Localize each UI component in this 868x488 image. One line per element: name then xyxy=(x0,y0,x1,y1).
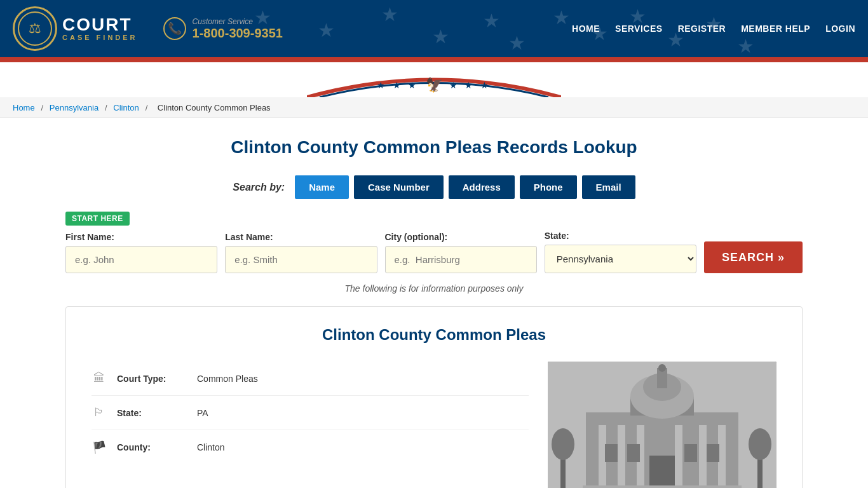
last-name-label: Last Name: xyxy=(225,232,377,242)
nav-register[interactable]: REGISTER xyxy=(678,24,726,34)
first-name-input[interactable] xyxy=(65,246,217,273)
first-name-label: First Name: xyxy=(65,232,217,242)
scales-icon: ⚖ xyxy=(29,20,41,37)
svg-point-22 xyxy=(749,428,771,460)
nav-home[interactable]: HOME xyxy=(572,24,600,34)
tab-name[interactable]: Name xyxy=(295,175,349,199)
court-type-icon: 🏛 xyxy=(92,372,107,385)
county-label-row: County: xyxy=(117,442,187,452)
header-left: ⚖ COURT CASE FINDER 📞 Customer Service 1… xyxy=(13,6,283,51)
eagle-banner: ★ ★ ★ 🦅 ★ ★ ★ xyxy=(0,62,868,97)
info-note: The following is for information purpose… xyxy=(65,283,803,294)
tab-email[interactable]: Email xyxy=(582,175,635,199)
svg-rect-11 xyxy=(699,425,707,488)
state-group: State: Pennsylvania Alabama Alaska Arizo… xyxy=(545,231,696,273)
main-nav: HOME SERVICES REGISTER MEMBER HELP LOGIN xyxy=(572,24,855,34)
main-content: Clinton County Common Pleas Records Look… xyxy=(53,118,815,488)
svg-point-20 xyxy=(552,428,574,460)
county-icon: 🏴 xyxy=(92,440,107,454)
svg-rect-17 xyxy=(649,456,675,488)
last-name-input[interactable] xyxy=(225,246,377,273)
red-banner-strip xyxy=(0,57,868,62)
svg-rect-13 xyxy=(605,444,618,462)
courthouse-svg xyxy=(548,362,776,488)
svg-rect-16 xyxy=(707,444,719,462)
site-header: ★ ★ ★ ★ ★ ★ ★ ★ ★ ★ ★ ★ ⚖ COURT CASE FIN… xyxy=(0,0,868,57)
search-button[interactable]: SEARCH » xyxy=(704,241,803,273)
phone-number: 1-800-309-9351 xyxy=(193,26,283,41)
search-form-wrapper: START HERE First Name: Last Name: City (… xyxy=(65,212,803,273)
city-label: City (optional): xyxy=(385,232,537,242)
customer-service-label: Customer Service xyxy=(193,17,283,26)
phone-text: Customer Service 1-800-309-9351 xyxy=(193,17,283,41)
svg-rect-15 xyxy=(684,444,697,462)
tab-address[interactable]: Address xyxy=(449,175,515,199)
eagle-center: ★ ★ ★ 🦅 ★ ★ ★ xyxy=(377,77,492,97)
nav-login[interactable]: LOGIN xyxy=(825,24,855,34)
state-label: State: xyxy=(545,231,696,241)
svg-rect-10 xyxy=(675,425,682,488)
tab-phone[interactable]: Phone xyxy=(520,175,577,199)
city-group: City (optional): xyxy=(385,232,537,273)
svg-rect-18 xyxy=(583,485,742,488)
phone-icon: 📞 xyxy=(163,17,186,40)
breadcrumb-county[interactable]: Clinton xyxy=(113,103,139,112)
court-type-value: Common Pleas xyxy=(197,374,258,384)
city-input[interactable] xyxy=(385,246,537,273)
court-card: Clinton County Common Pleas 🏛 Court Type… xyxy=(65,306,803,488)
logo-court-text: COURT xyxy=(62,16,138,34)
page-title: Clinton County Common Pleas Records Look… xyxy=(65,137,803,158)
eagle-stars-right: ★ ★ ★ xyxy=(449,80,492,90)
breadcrumb-sep-2: / xyxy=(105,103,109,112)
state-select[interactable]: Pennsylvania Alabama Alaska Arizona Arka… xyxy=(545,245,696,273)
state-label-row: State: xyxy=(117,408,187,418)
court-type-label: Court Type: xyxy=(117,374,187,384)
first-name-group: First Name: xyxy=(65,232,217,273)
logo-finder-text: CASE FINDER xyxy=(62,34,138,41)
court-info-table: 🏛 Court Type: Common Pleas 🏳 State: PA 🏴… xyxy=(92,362,529,488)
svg-rect-14 xyxy=(627,444,640,462)
start-here-badge: START HERE xyxy=(65,212,130,226)
search-tabs-row: Search by: Name Case Number Address Phon… xyxy=(65,175,803,199)
breadcrumb-bar: Home / Pennsylvania / Clinton / Clinton … xyxy=(0,97,868,118)
state-icon: 🏳 xyxy=(92,406,107,419)
breadcrumb-home[interactable]: Home xyxy=(13,103,35,112)
tab-case-number[interactable]: Case Number xyxy=(354,175,444,199)
search-by-label: Search by: xyxy=(233,182,285,193)
breadcrumb-sep-3: / xyxy=(146,103,150,112)
breadcrumb-state[interactable]: Pennsylvania xyxy=(50,103,98,112)
nav-member-help[interactable]: MEMBER HELP xyxy=(741,24,810,34)
court-type-row: 🏛 Court Type: Common Pleas xyxy=(92,362,529,396)
court-image xyxy=(548,362,776,488)
eagle-icon: 🦅 xyxy=(426,77,443,93)
nav-services[interactable]: SERVICES xyxy=(615,24,663,34)
logo-inner: ⚖ xyxy=(18,11,52,46)
phone-box: 📞 Customer Service 1-800-309-9351 xyxy=(163,17,283,41)
county-row: 🏴 County: Clinton xyxy=(92,430,529,464)
court-card-title: Clinton County Common Pleas xyxy=(92,326,776,344)
logo-text: COURT CASE FINDER xyxy=(62,16,138,41)
svg-rect-8 xyxy=(618,425,625,488)
logo-circle: ⚖ xyxy=(13,6,57,51)
court-card-body: 🏛 Court Type: Common Pleas 🏳 State: PA 🏴… xyxy=(92,362,776,488)
breadcrumb-current: Clinton County Common Pleas xyxy=(158,103,271,112)
eagle-stars-left: ★ ★ ★ xyxy=(377,80,419,90)
county-value: Clinton xyxy=(197,442,225,452)
state-value: PA xyxy=(197,408,208,418)
last-name-group: Last Name: xyxy=(225,232,377,273)
state-row: 🏳 State: PA xyxy=(92,396,529,430)
breadcrumb-sep-1: / xyxy=(41,103,46,112)
logo[interactable]: ⚖ COURT CASE FINDER xyxy=(13,6,138,51)
svg-point-6 xyxy=(658,364,666,372)
search-form-row: First Name: Last Name: City (optional): … xyxy=(65,231,803,273)
